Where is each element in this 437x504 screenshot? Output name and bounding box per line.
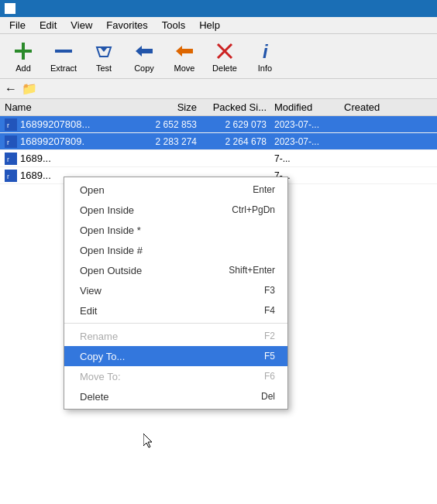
file-icon: r: [5, 135, 17, 148]
app-icon: [5, 3, 15, 14]
context-menu-shortcut: F3: [264, 285, 275, 296]
file-modified-cell: 2023-07-...: [271, 119, 341, 130]
menu-item-view[interactable]: View: [64, 18, 98, 33]
file-name: 16899207808...: [20, 118, 90, 130]
svg-marker-6: [176, 46, 193, 57]
file-modified-cell: 2023-07-...: [271, 136, 341, 147]
file-icon: r: [5, 153, 17, 165]
info-label: Info: [258, 63, 272, 73]
context-menu-shortcut: Ctrl+PgDn: [232, 204, 275, 215]
toolbar: AddExtractTestCopyMoveDeleteiInfo: [0, 34, 437, 79]
menu-item-tools[interactable]: Tools: [156, 18, 191, 33]
context-menu-shortcut: F4: [264, 305, 275, 316]
context-menu-separator: [64, 323, 287, 324]
context-menu-item-open-inside-star[interactable]: Open Inside *: [64, 220, 287, 240]
context-menu-label: Edit: [80, 305, 97, 317]
context-menu-item-rename: RenameF2: [64, 326, 287, 346]
title-bar: [0, 0, 437, 17]
svg-text:r: r: [7, 139, 9, 146]
column-size[interactable]: Size: [132, 101, 201, 113]
context-menu-label: Rename: [80, 331, 118, 342]
info-icon: i: [254, 40, 276, 62]
file-size-cell: 2 283 274: [132, 136, 201, 147]
svg-text:r: r: [7, 156, 9, 163]
context-menu-label: View: [80, 285, 102, 297]
menu-bar: FileEditViewFavoritesToolsHelp: [0, 17, 437, 34]
context-menu-label: Delete: [80, 391, 109, 403]
context-menu-label: Open Outside: [80, 265, 142, 276]
context-menu-item-delete[interactable]: DeleteDel: [64, 386, 287, 406]
context-menu-item-copy-to[interactable]: Copy To...F5: [64, 346, 287, 366]
back-icon[interactable]: ←: [5, 82, 17, 96]
column-modified[interactable]: Modified: [271, 101, 341, 113]
context-menu-shortcut: Del: [261, 391, 275, 402]
context-menu-label: Move To:: [80, 371, 121, 382]
svg-text:i: i: [263, 41, 269, 61]
toolbar-btn-extract[interactable]: Extract: [45, 37, 82, 76]
column-created[interactable]: Created: [341, 101, 403, 113]
file-name-cell: r16899207808...: [0, 118, 132, 131]
svg-text:r: r: [7, 122, 9, 129]
file-packed-cell: 2 629 073: [201, 119, 271, 130]
menu-item-edit[interactable]: Edit: [33, 18, 63, 33]
menu-item-help[interactable]: Help: [193, 18, 226, 33]
toolbar-btn-delete[interactable]: Delete: [206, 37, 243, 76]
extract-icon: [53, 40, 74, 62]
context-menu-item-view[interactable]: ViewF3: [64, 280, 287, 300]
move-icon: [174, 40, 195, 62]
context-menu-shortcut: Shift+Enter: [229, 265, 275, 276]
address-bar: ← 📁: [0, 79, 437, 99]
add-label: Add: [15, 63, 31, 73]
svg-marker-5: [136, 46, 153, 57]
svg-marker-4: [100, 47, 108, 52]
toolbar-btn-add[interactable]: Add: [5, 37, 42, 76]
column-packed[interactable]: Packed Si...: [201, 101, 271, 113]
context-menu-item-move-to: Move To:F6: [64, 366, 287, 386]
delete-label: Delete: [212, 63, 237, 73]
context-menu-shortcut: Enter: [253, 184, 275, 195]
file-name: 1689...: [20, 170, 51, 181]
context-menu-label: Open Inside: [80, 204, 134, 216]
file-size-cell: 2 652 853: [132, 119, 201, 130]
menu-item-favorites[interactable]: Favorites: [100, 18, 153, 33]
file-modified-cell: 7-...: [271, 153, 341, 164]
table-row[interactable]: r16899207809.2 283 2742 264 6782023-07-.…: [0, 133, 437, 150]
file-rows-container: r16899207808...2 652 8532 629 0732023-07…: [0, 116, 437, 184]
extract-label: Extract: [50, 63, 77, 73]
file-icon: r: [5, 118, 17, 131]
context-menu-shortcut: F2: [264, 331, 275, 341]
context-menu-item-open-inside[interactable]: Open InsideCtrl+PgDn: [64, 200, 287, 220]
toolbar-btn-info[interactable]: iInfo: [246, 37, 284, 76]
context-menu: OpenEnterOpen InsideCtrl+PgDnOpen Inside…: [64, 177, 288, 410]
file-name: 1689...: [20, 153, 51, 164]
file-packed-cell: 2 264 678: [201, 136, 271, 147]
table-row[interactable]: r1689...7-...: [0, 150, 437, 167]
table-row[interactable]: r16899207808...2 652 8532 629 0732023-07…: [0, 116, 437, 133]
svg-text:r: r: [7, 173, 9, 180]
context-menu-item-open-inside-hash[interactable]: Open Inside #: [64, 240, 287, 260]
delete-icon: [214, 40, 236, 62]
toolbar-btn-copy[interactable]: Copy: [126, 37, 163, 76]
context-menu-label: Copy To...: [80, 351, 125, 362]
context-menu-label: Open Inside #: [80, 245, 143, 256]
toolbar-btn-move[interactable]: Move: [166, 37, 203, 76]
context-menu-item-edit[interactable]: EditF4: [64, 300, 287, 321]
test-label: Test: [96, 63, 112, 73]
svg-rect-1: [15, 50, 32, 53]
svg-rect-2: [55, 50, 72, 53]
copy-label: Copy: [134, 63, 154, 73]
context-menu-shortcut: F5: [264, 351, 275, 362]
file-name-cell: r16899207809.: [0, 135, 132, 148]
context-menu-shortcut: F6: [264, 371, 275, 382]
file-name: 16899207809.: [20, 135, 84, 147]
context-menu-label: Open: [80, 184, 105, 196]
add-icon: [12, 40, 34, 62]
file-name-cell: r1689...: [0, 153, 132, 165]
column-name[interactable]: Name: [0, 101, 132, 113]
copy-icon: [133, 40, 155, 62]
menu-item-file[interactable]: File: [3, 18, 32, 33]
toolbar-btn-test[interactable]: Test: [85, 37, 122, 76]
context-menu-item-open-outside[interactable]: Open OutsideShift+Enter: [64, 260, 287, 280]
context-menu-item-open[interactable]: OpenEnter: [64, 180, 287, 200]
file-list-header: Name Size Packed Si... Modified Created: [0, 99, 437, 116]
